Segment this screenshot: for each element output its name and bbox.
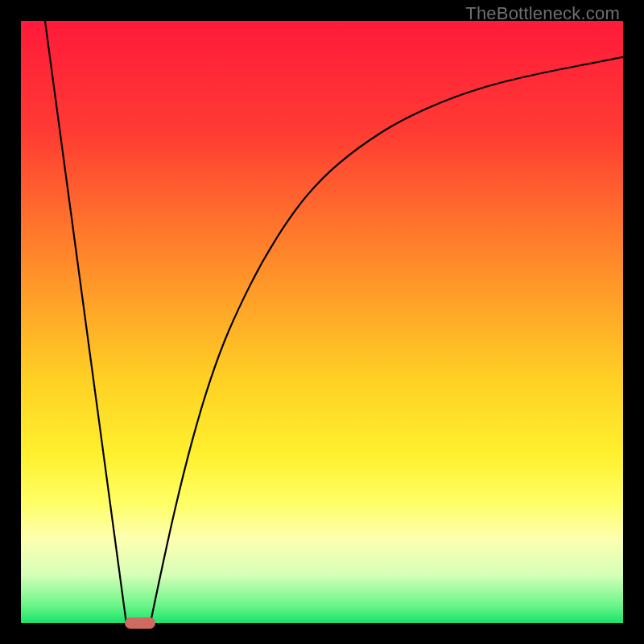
bottleneck-chart: [21, 21, 623, 623]
gradient-background: [21, 21, 623, 623]
chart-frame: [21, 21, 623, 623]
bottleneck-marker: [125, 617, 155, 629]
